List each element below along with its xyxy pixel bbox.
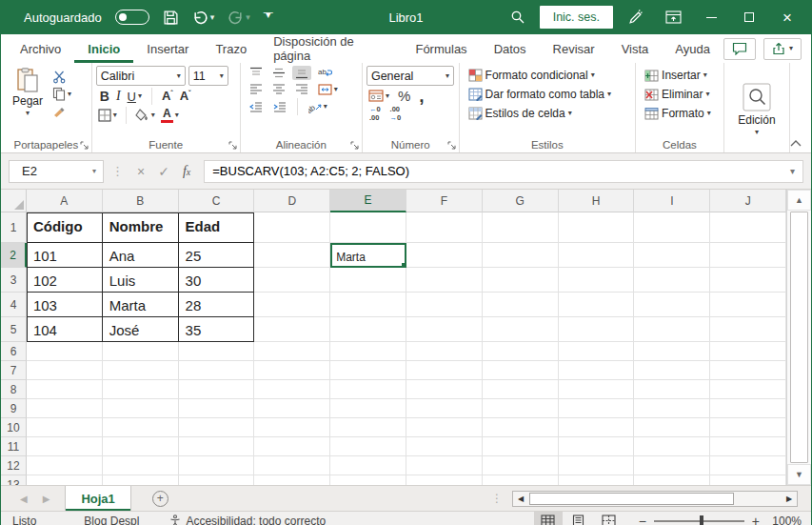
row-header-1[interactable]: 1 (1, 212, 27, 243)
cell-I1[interactable] (634, 212, 710, 243)
horizontal-scrollbar[interactable]: ◀ ▶ (512, 491, 798, 507)
cell-D11[interactable] (254, 437, 330, 456)
cell-B4[interactable]: Marta (103, 293, 179, 317)
cell-A3[interactable]: 102 (27, 268, 103, 293)
cell-G5[interactable] (483, 317, 559, 342)
conditional-formatting-button[interactable]: Formato condicional▾ (465, 68, 631, 83)
cell-H8[interactable] (559, 380, 635, 399)
align-center-button[interactable] (269, 82, 288, 96)
cell-H7[interactable] (559, 361, 635, 380)
cell-I5[interactable] (634, 317, 710, 342)
increase-font-size-button[interactable]: Aˆ (162, 90, 173, 102)
cell-I9[interactable] (634, 399, 710, 418)
cell-G10[interactable] (483, 418, 559, 437)
cell-E6[interactable] (330, 342, 406, 361)
cell-C10[interactable] (179, 418, 255, 437)
tab-revisar[interactable]: Revisar (540, 34, 608, 63)
cell-C5[interactable]: 35 (179, 317, 255, 342)
accounting-format-button[interactable]: ▾ (368, 90, 389, 102)
cell-I8[interactable] (634, 380, 710, 399)
increase-decimal-button[interactable]: ←0.00 (369, 106, 381, 122)
editing-button[interactable]: Edición ▾ (738, 83, 775, 136)
number-dialog-launcher-icon[interactable] (447, 141, 456, 150)
cell-J5[interactable] (710, 317, 786, 342)
cell-E1[interactable] (330, 212, 406, 243)
cell-J2[interactable] (710, 243, 786, 268)
cell-B8[interactable] (103, 380, 179, 399)
col-header-I[interactable]: I (634, 190, 710, 212)
undo-dropdown-icon[interactable]: ▾ (210, 12, 215, 22)
cell-E9[interactable] (330, 399, 406, 418)
cell-G9[interactable] (483, 399, 559, 418)
cell-D3[interactable] (254, 268, 330, 293)
row-header-4[interactable]: 4 (1, 293, 27, 317)
cell-C11[interactable] (179, 437, 255, 456)
cell-G4[interactable] (483, 293, 559, 317)
cell-B1[interactable]: Nombre (103, 212, 179, 243)
cell-G3[interactable] (483, 268, 559, 293)
zoom-slider[interactable] (654, 520, 744, 522)
cell-F1[interactable] (406, 212, 483, 243)
col-header-G[interactable]: G (483, 190, 559, 212)
cell-A6[interactable] (27, 342, 103, 361)
cell-H13[interactable] (559, 475, 635, 485)
col-header-F[interactable]: F (406, 190, 483, 212)
cell-I10[interactable] (634, 418, 710, 437)
cell-C3[interactable]: 30 (179, 268, 255, 293)
cell-H6[interactable] (559, 342, 635, 361)
cell-F4[interactable] (406, 293, 483, 317)
cell-A7[interactable] (27, 361, 103, 380)
cell-C1[interactable]: Edad (179, 212, 255, 243)
cell-J12[interactable] (710, 456, 786, 475)
cell-F8[interactable] (406, 380, 483, 399)
minimize-button[interactable] (695, 3, 727, 31)
normal-view-button[interactable] (534, 512, 563, 525)
align-top-button[interactable] (247, 66, 266, 80)
cell-J7[interactable] (710, 361, 786, 380)
cell-E7[interactable] (330, 361, 406, 380)
cell-J8[interactable] (710, 380, 786, 399)
row-header-9[interactable]: 9 (1, 399, 27, 418)
row-header-13[interactable]: 13 (1, 475, 27, 485)
row-header-6[interactable]: 6 (1, 342, 27, 361)
cell-A5[interactable]: 104 (27, 317, 103, 342)
cell-D13[interactable] (254, 475, 330, 485)
cell-D10[interactable] (254, 418, 330, 437)
alignment-dialog-launcher-icon[interactable] (350, 141, 359, 150)
cell-D12[interactable] (254, 456, 330, 475)
row-header-10[interactable]: 10 (1, 418, 27, 437)
page-break-preview-button[interactable] (595, 512, 624, 525)
cell-C9[interactable] (179, 399, 255, 418)
percent-style-button[interactable]: % (398, 88, 410, 104)
row-header-12[interactable]: 12 (1, 456, 27, 475)
cell-H9[interactable] (559, 399, 635, 418)
cell-C4[interactable]: 28 (179, 293, 255, 317)
cell-D7[interactable] (254, 361, 330, 380)
underline-button[interactable]: U▾ (128, 90, 142, 104)
cell-F7[interactable] (406, 361, 483, 380)
maximize-button[interactable] (733, 3, 765, 31)
comma-style-button[interactable]: , (419, 91, 424, 101)
expand-formula-bar-icon[interactable]: ▾ (790, 166, 795, 176)
cell-H10[interactable] (559, 418, 635, 437)
cell-D9[interactable] (254, 399, 330, 418)
cell-B6[interactable] (103, 342, 179, 361)
cell-I6[interactable] (634, 342, 710, 361)
ink-pen-icon[interactable] (619, 3, 651, 31)
cell-E8[interactable] (330, 380, 406, 399)
search-icon[interactable] (502, 3, 534, 31)
tab-ayuda[interactable]: Ayuda (662, 34, 723, 63)
cell-G2[interactable] (483, 243, 559, 268)
cell-H2[interactable] (559, 243, 635, 268)
tab-archivo[interactable]: Archivo (7, 34, 74, 63)
row-header-2[interactable]: 2 (1, 243, 27, 268)
cell-F3[interactable] (406, 268, 483, 293)
zoom-in-button[interactable]: + (752, 514, 760, 525)
font-color-button[interactable]: A ▾ (161, 108, 179, 123)
cell-J9[interactable] (710, 399, 786, 418)
new-sheet-button[interactable]: + (131, 486, 189, 511)
decrease-font-size-button[interactable]: Aˇ (180, 90, 191, 102)
cell-J1[interactable] (710, 212, 786, 243)
tab-inicio[interactable]: Inicio (74, 34, 133, 63)
sign-in-button[interactable]: Inic. ses. (540, 6, 613, 29)
